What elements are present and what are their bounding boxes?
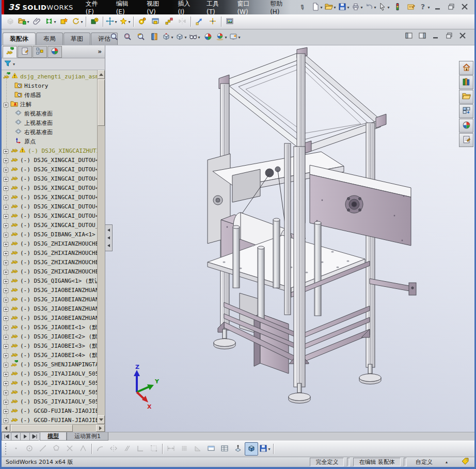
expand-toggle[interactable] [4,335,8,339]
expand-toggle[interactable] [4,196,8,200]
expand-toggle[interactable] [4,186,8,191]
scroll-up-arrow[interactable] [98,70,105,79]
hide-show-items-button[interactable]: ▾ [188,30,201,44]
expand-toggle[interactable] [4,344,8,349]
horizontal-scroll-thumb[interactable] [11,425,73,432]
insert-component-button[interactable]: ▾ [17,15,30,28]
expand-toggle[interactable] [4,391,8,395]
expand-toggle[interactable] [4,307,8,312]
edit-component-button[interactable] [4,15,17,28]
tree-item[interactable]: (-) DSJG_XINGCAI_DUTOU_ [2,221,97,230]
menu-w[interactable]: 窗口(W) [232,0,265,14]
tree-item[interactable]: dsjg_zhengti_zujian_asm [2,72,97,82]
dropdown-arrow-icon[interactable]: ▾ [184,35,186,40]
expand-toggle[interactable] [4,381,8,386]
file-explorer-button[interactable] [459,90,473,104]
close-document-button[interactable] [456,29,469,43]
commandmanager-tab[interactable]: 草图 [64,33,90,45]
expand-toggle[interactable] [4,205,8,209]
expand-toggle[interactable] [4,372,8,377]
tree-item[interactable]: (-) DSJG_JIAOBEI<2> (默认 [2,332,97,342]
appearances-scenes-button[interactable] [459,119,473,133]
pane-left-button[interactable] [402,29,416,43]
tree-item[interactable]: (-) DSJG_JIYAJIAOLV_505 [2,379,97,388]
dropdown-arrow-icon[interactable]: ▾ [115,20,117,24]
plane-display-button[interactable] [204,442,218,456]
expand-toggle[interactable] [4,177,8,182]
tree-item[interactable]: (-) DSJG_XINGCAI_DUTOU<2> [2,165,97,174]
new-document-button[interactable]: ▾ [310,1,324,14]
document-tab[interactable]: 运动算例1 [67,432,108,441]
trim-entities-button[interactable] [63,442,76,456]
tree-item[interactable]: History [2,82,97,91]
comment-button[interactable] [404,1,418,14]
dropdown-arrow-icon[interactable]: ▾ [27,20,29,24]
tree-item[interactable]: (-) DSJG_QIGANG<1> (默认 [2,277,97,286]
view-settings-button[interactable]: ▾ [228,30,242,44]
tree-item[interactable]: (-) DSJG_DIBANG_XIA<1> [2,230,97,239]
tree-item[interactable]: A注解 [2,100,97,109]
menu-i[interactable]: 插入(I) [172,0,201,14]
tree-item[interactable]: (-) DSJG_JIAOBEI<1> (默认 [2,323,97,332]
take-snapshot-button[interactable] [223,15,236,28]
open-document-button[interactable]: ▾ [324,1,337,14]
tree-item[interactable]: (-) DSJG_JIAOBEI<3> (默认 [2,342,97,351]
tree-item[interactable]: (-) DSJG_JIAOBEI<4> (默认 [2,351,97,360]
reference-points-button[interactable] [147,442,161,456]
dropdown-arrow-icon[interactable]: ▾ [360,5,362,10]
exploded-view-button[interactable] [193,15,206,28]
tree-item[interactable]: (-) DSJG_ZHIXIANZHOUCHE [2,267,97,277]
dropdown-arrow-icon[interactable]: ▾ [268,447,270,451]
menu-e[interactable]: 编辑(E) [111,0,142,14]
tab-displaymanager[interactable] [47,46,62,58]
linear-component-pattern-button[interactable] [162,15,176,28]
status-units[interactable]: 自定义 [410,458,438,466]
attachment-button[interactable] [30,15,44,28]
tree-item[interactable]: (-) GCGD-FUJIAN-JIAOJIE [2,407,97,416]
commandmanager-tab[interactable]: 布局 [36,33,63,45]
dropdown-arrow-icon[interactable]: ▾ [334,5,336,10]
previous-view-button[interactable] [134,30,148,44]
tree-item[interactable]: (-) GCGD-FUJIAN-JIAOJIE [2,416,97,424]
tree-item[interactable]: (-) DSJG_JIAOBEIANZHUAN [2,286,97,295]
commandmanager-tab[interactable]: 装配体 [3,33,36,45]
tree-item[interactable]: (-) DSJG_ZHIXIANZHOUCHE [2,249,97,258]
dropdown-arrow-icon[interactable]: ▾ [225,35,227,40]
menu-h[interactable]: 帮助(H) [265,0,296,14]
design-table-button[interactable] [218,442,231,456]
panel-splitter[interactable] [105,224,113,251]
expand-toggle[interactable] [4,400,8,405]
help-button[interactable]: ?▾ [418,1,431,14]
pane-right-button[interactable] [416,29,429,43]
toolbar-drag-handle[interactable] [4,443,8,455]
tree-item[interactable]: (-) DSJG_XINGCAI_DUTOU<3> [2,174,97,184]
tree-item[interactable]: (-) DSJG_XINGCAIZHUTI [2,147,97,156]
tree-item[interactable]: 上视基准面 [2,119,97,128]
tree-item[interactable]: (-) DSJG_JIAOBEIANZHUAN [2,295,97,304]
sketch-arc-button[interactable] [93,442,107,456]
sketch-circle-button[interactable] [23,442,36,456]
grid-snap-button[interactable] [178,442,191,456]
tree-filter[interactable]: ▾ [2,58,105,70]
zoom-to-fit-button[interactable] [107,30,121,44]
vertical-scroll-thumb[interactable] [98,79,105,126]
tree-item[interactable]: (-) DSJG_XINGCAI_DUTOU<6> [2,202,97,212]
document-tab[interactable]: 模型 [40,432,67,441]
tree-item[interactable]: 传感器 [2,91,97,100]
next-tab-button[interactable] [20,432,29,441]
restore-document-button[interactable] [442,29,456,43]
expand-toggle[interactable] [4,363,8,367]
smart-mates-button[interactable]: ▾ [118,15,132,28]
save-document-button[interactable]: ▾ [337,1,351,14]
tree-item[interactable]: 原点 [2,137,97,147]
solidworks-resources-button[interactable] [459,61,473,75]
show-hidden-components-button[interactable] [149,15,162,28]
tree-item[interactable]: (-) DSJG_SHENJIANPINGTA [2,360,97,369]
close-window-button[interactable] [458,1,471,14]
corner-rectangle-button[interactable] [134,442,147,456]
tree-item[interactable]: 前视基准面 [2,109,97,119]
tree-item[interactable]: (-) DSJG_XINGCAI_DUTOU<1> [2,156,97,165]
expand-toggle[interactable] [4,103,8,107]
tree-item[interactable]: (-) DSJG_ZHIXIANZHOUCHE [2,239,97,249]
expand-toggle[interactable] [4,149,8,154]
